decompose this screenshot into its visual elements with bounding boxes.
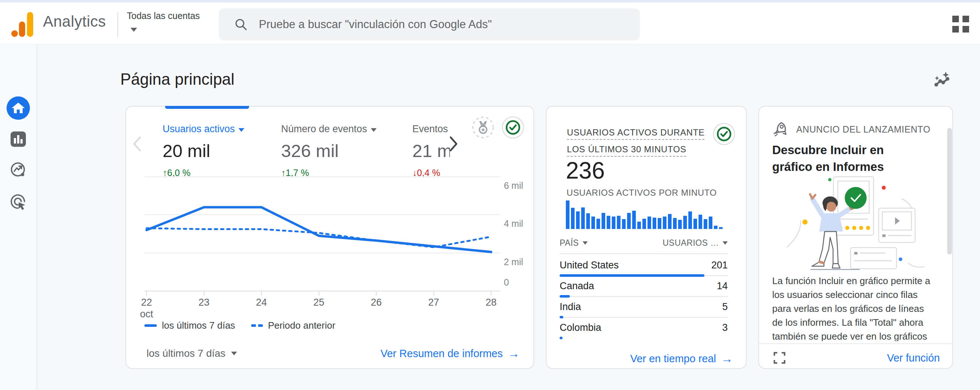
view-realtime-link[interactable]: Ver en tiempo real→ — [630, 352, 733, 366]
insights-icon[interactable] — [932, 70, 952, 91]
gridline — [145, 176, 500, 177]
gridline — [145, 291, 500, 291]
column-users[interactable]: USUARIOS … — [662, 238, 728, 248]
chevron-left-icon[interactable] — [131, 135, 142, 153]
row-divider — [560, 296, 728, 297]
minute-bar — [576, 211, 580, 229]
metric-2: Eventos21 mil↓0,4 % — [412, 123, 450, 178]
country-users: 201 — [711, 260, 728, 271]
view-feature-link[interactable]: Ver función — [887, 352, 940, 364]
metric-selector[interactable]: Usuarios activos — [162, 123, 281, 135]
sidebar — [0, 44, 38, 390]
topbar-divider — [118, 12, 118, 37]
date-range-selector[interactable]: los últimos 7 días — [146, 348, 237, 359]
country-name: India — [560, 301, 581, 313]
y-axis-label: 2 mil — [504, 257, 533, 267]
country-name: United States — [560, 260, 619, 271]
top-accent-strip — [0, 0, 980, 3]
account-selector-label: Todas las cuentas — [127, 11, 222, 21]
metric-value: 21 mil — [412, 141, 450, 161]
chevron-down-icon — [239, 128, 244, 132]
view-reports-link[interactable]: Ver Resumen de informes→ — [380, 347, 520, 360]
announcement-body: La función Incluir en gráfico permite a … — [772, 274, 931, 341]
minute-bar — [643, 219, 646, 229]
row-divider — [560, 275, 728, 276]
top-bar: Analytics Todas las cuentas — [0, 3, 980, 44]
x-axis-label: 24 — [240, 297, 283, 308]
account-selector[interactable]: Todas las cuentas — [127, 11, 222, 33]
country-bar — [560, 337, 563, 339]
benchmark-medal-icon[interactable] — [472, 116, 495, 139]
chevron-down-icon — [371, 128, 377, 132]
x-axis-tick — [146, 291, 147, 296]
card-scrollbar[interactable] — [947, 128, 952, 254]
x-axis-tick — [204, 291, 205, 296]
column-country[interactable]: PAÍS — [560, 238, 588, 248]
expand-icon[interactable] — [772, 350, 787, 365]
minute-bar — [648, 217, 651, 229]
minute-bar — [683, 216, 687, 229]
announcement-header: ANUNCIO DEL LANZAMIENTO — [772, 121, 931, 137]
table-divider — [560, 253, 728, 254]
active-users-count: 236 — [566, 157, 605, 184]
sidebar-item-advertising[interactable] — [6, 190, 30, 214]
minute-bar — [652, 217, 656, 229]
analytics-logo-icon — [11, 11, 37, 38]
x-axis-label: 22oct — [125, 297, 169, 320]
y-axis-label: 4 mil — [504, 218, 533, 229]
x-axis-tick — [261, 291, 262, 296]
minute-bar — [581, 208, 585, 229]
per-minute-label: USUARIOS ACTIVOS POR MINUTO — [566, 188, 717, 198]
minute-bar — [632, 211, 636, 229]
y-axis-label: 0 — [504, 277, 533, 288]
table-row[interactable]: Canada14 — [560, 279, 728, 299]
chevron-right-icon[interactable] — [449, 135, 460, 153]
chevron-down-icon — [231, 352, 237, 355]
chart-legend: los últimos 7 días Periodo anterior — [145, 320, 336, 331]
x-axis-tick — [433, 291, 434, 296]
x-axis-label: 27 — [412, 297, 456, 308]
country-users: 5 — [722, 301, 728, 313]
announcement-title: Descubre Incluir en gráfico en Informes — [772, 142, 922, 175]
status-ok-icon[interactable] — [713, 123, 735, 145]
search-icon — [234, 18, 248, 31]
per-minute-bar-chart — [566, 200, 728, 229]
country-name: Canada — [560, 280, 594, 292]
chevron-down-icon — [722, 241, 728, 245]
minute-bar — [617, 216, 620, 229]
country-bar — [560, 316, 563, 318]
table-row[interactable]: Colombia3 — [560, 320, 728, 341]
minute-bar — [698, 215, 702, 229]
table-row[interactable]: United States201 — [560, 258, 728, 279]
sidebar-item-explore[interactable] — [6, 158, 30, 182]
active-tab-indicator — [165, 106, 249, 109]
arrow-right-icon: → — [721, 352, 733, 366]
minute-bar — [658, 218, 661, 229]
legend-item-current: los últimos 7 días — [145, 320, 235, 331]
sidebar-item-reports[interactable] — [6, 128, 30, 151]
advertising-icon — [10, 193, 27, 210]
minute-bar — [601, 213, 605, 229]
reports-icon — [10, 131, 27, 147]
metric-selector[interactable]: Eventos — [412, 123, 450, 135]
sidebar-item-home[interactable] — [6, 96, 30, 120]
minute-bar — [673, 218, 677, 229]
metric-selector[interactable]: Número de eventos — [281, 123, 412, 135]
status-ok-icon[interactable] — [502, 116, 524, 139]
x-axis-tick — [319, 291, 320, 296]
metric-value: 326 mil — [281, 141, 412, 161]
search-bar[interactable] — [219, 8, 640, 40]
search-input[interactable] — [258, 18, 629, 31]
announcement-eyebrow: ANUNCIO DEL LANZAMIENTO — [796, 124, 931, 135]
table-row[interactable]: India5 — [560, 299, 728, 320]
y-axis-label: 6 mil — [504, 181, 533, 191]
gridline — [145, 214, 500, 215]
row-divider — [560, 317, 728, 318]
apps-grid-icon[interactable] — [952, 16, 970, 33]
minute-bar — [571, 208, 574, 229]
x-axis-label: 23 — [182, 297, 226, 308]
realtime-card: USUARIOS ACTIVOS DURANTE LOS ÚLTIMOS 30 … — [546, 106, 747, 369]
realtime-title: USUARIOS ACTIVOS DURANTE LOS ÚLTIMOS 30 … — [567, 124, 705, 158]
legend-dashed-swatch — [251, 324, 263, 327]
page-title: Página principal — [120, 70, 234, 88]
